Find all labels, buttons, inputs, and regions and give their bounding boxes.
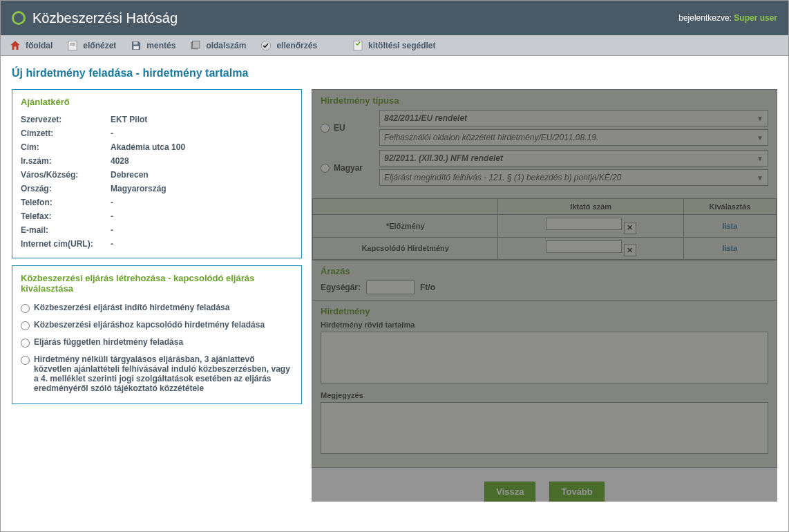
info-value: Magyarország xyxy=(111,184,167,193)
login-label: bejelentkezve: xyxy=(678,13,732,23)
procedure-option: Eljárás független hirdetmény feladása xyxy=(21,334,293,351)
info-row: Címzett:- xyxy=(21,126,293,140)
info-label: Címzett: xyxy=(21,129,111,138)
info-label: Telefax: xyxy=(21,211,111,221)
app-header: Közbeszerzési Hatóság bejelentkezve: Sup… xyxy=(1,1,788,35)
requester-panel: Ajánlatkérő Szervezet:EKT PilotCímzett:-… xyxy=(12,89,302,258)
info-row: Cím:Akadémia utca 100 xyxy=(21,140,293,154)
info-label: Cím: xyxy=(21,142,111,152)
info-value: - xyxy=(111,198,113,207)
svg-rect-1 xyxy=(70,43,76,44)
info-row: Szervezet:EKT Pilot xyxy=(21,113,293,126)
info-value: Akadémia utca 100 xyxy=(111,142,185,152)
logo-icon xyxy=(12,11,26,25)
procedure-option: Hirdetmény nélküli tárgyalásos eljárásba… xyxy=(21,351,293,397)
info-value: - xyxy=(111,129,113,138)
help-icon xyxy=(352,39,364,52)
info-row: Ir.szám:4028 xyxy=(21,154,293,168)
svg-rect-8 xyxy=(354,41,362,50)
page-title: Új hirdetmény feladása - hirdetmény tart… xyxy=(12,67,777,79)
procedure-radio-2[interactable] xyxy=(21,339,30,348)
procedure-option: Közbeszerzési eljáráshoz kapcsolódó hird… xyxy=(21,316,293,334)
procedure-radio-3[interactable] xyxy=(21,356,30,365)
toolbar-check[interactable]: ellenőrzés xyxy=(260,39,317,52)
toolbar: főoldal előnézet mentés oldalszám ellenő… xyxy=(1,35,788,56)
toolbar-pagecount[interactable]: oldalszám xyxy=(189,39,246,52)
info-value: - xyxy=(111,225,113,235)
requester-title: Ajánlatkérő xyxy=(21,97,293,107)
toolbar-save[interactable]: mentés xyxy=(130,39,175,52)
login-status: bejelentkezve: Super user xyxy=(678,13,777,23)
info-value: 4028 xyxy=(111,156,129,166)
procedure-label[interactable]: Hirdetmény nélküli tárgyalásos eljárásba… xyxy=(34,354,293,393)
disabled-overlay xyxy=(312,89,777,502)
preview-icon xyxy=(66,39,79,52)
info-row: Ország:Magyarország xyxy=(21,182,293,196)
info-label: Telefon: xyxy=(21,198,111,207)
info-row: E-mail:- xyxy=(21,223,293,237)
info-label: Internet cím(URL): xyxy=(21,239,111,249)
info-row: Város/Község:Debrecen xyxy=(21,168,293,182)
procedure-title: Közbeszerzési eljárás létrehozása - kapc… xyxy=(21,273,293,294)
home-icon xyxy=(9,39,21,52)
svg-rect-0 xyxy=(68,41,77,50)
procedure-label[interactable]: Közbeszerzési eljáráshoz kapcsolódó hird… xyxy=(34,320,265,330)
info-value: - xyxy=(111,239,113,249)
svg-rect-6 xyxy=(193,41,200,48)
info-label: Város/Község: xyxy=(21,170,111,180)
app-window: Közbeszerzési Hatóság bejelentkezve: Sup… xyxy=(0,0,789,532)
check-icon xyxy=(260,39,272,52)
svg-rect-3 xyxy=(134,41,138,44)
svg-rect-4 xyxy=(134,46,140,49)
info-label: E-mail: xyxy=(21,225,111,235)
procedure-radio-0[interactable] xyxy=(21,304,30,313)
procedure-radio-1[interactable] xyxy=(21,321,30,330)
procedure-label[interactable]: Közbeszerzési eljárást indító hirdetmény… xyxy=(34,303,229,312)
svg-rect-2 xyxy=(70,44,76,45)
procedure-panel: Közbeszerzési eljárás létrehozása - kapc… xyxy=(12,265,302,404)
info-label: Szervezet: xyxy=(21,115,111,124)
info-value: Debrecen xyxy=(111,170,149,180)
info-row: Telefon:- xyxy=(21,196,293,209)
save-icon xyxy=(130,39,142,52)
info-row: Internet cím(URL):- xyxy=(21,237,293,251)
info-label: Ir.szám: xyxy=(21,156,111,166)
current-user[interactable]: Super user xyxy=(734,13,777,23)
info-label: Ország: xyxy=(21,184,111,193)
info-value: - xyxy=(111,211,113,221)
pagecount-icon xyxy=(189,39,202,52)
toolbar-preview[interactable]: előnézet xyxy=(66,39,116,52)
procedure-label[interactable]: Eljárás független hirdetmény feladása xyxy=(34,337,183,347)
info-value: EKT Pilot xyxy=(111,115,147,124)
toolbar-home[interactable]: főoldal xyxy=(9,39,53,52)
app-title: Közbeszerzési Hatóság xyxy=(32,10,178,26)
info-row: Telefax:- xyxy=(21,209,293,223)
procedure-option: Közbeszerzési eljárást indító hirdetmény… xyxy=(21,299,293,316)
toolbar-help[interactable]: kitöltési segédlet xyxy=(352,39,435,52)
